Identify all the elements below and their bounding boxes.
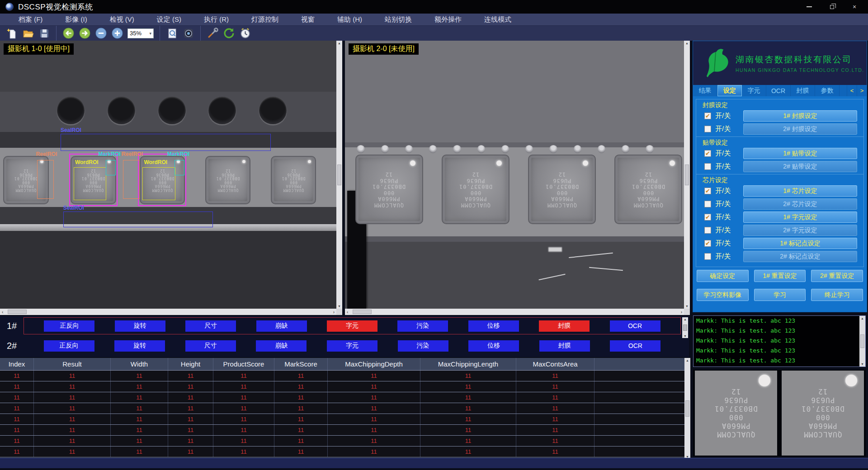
table-row[interactable]: 111111111111111111 (0, 414, 690, 425)
preview-button[interactable] (166, 27, 178, 39)
tabs-prev-button[interactable]: < (847, 85, 857, 96)
capture-target-button[interactable] (182, 27, 194, 39)
inspection-toggle-button[interactable]: 尺寸 (185, 320, 236, 332)
camera2-horizontal-scrollbar[interactable]: ‹› (345, 309, 684, 315)
inspection-toggle-button[interactable]: 崩缺 (256, 320, 307, 332)
inspection-toggle-button[interactable]: 尺寸 (185, 340, 236, 352)
scrollbar-thumb[interactable] (353, 310, 372, 314)
refresh-button[interactable] (223, 27, 235, 39)
close-button[interactable]: × (851, 4, 858, 10)
on-off-checkbox[interactable]: ✔ (704, 214, 711, 221)
scrollbar-thumb[interactable] (685, 164, 689, 185)
panel-action-button[interactable]: 确定设定 (697, 270, 749, 282)
panel-tab[interactable]: 结果 (693, 85, 717, 96)
on-off-checkbox[interactable] (704, 126, 711, 132)
inspection-toggle-button[interactable]: 旋转 (115, 320, 165, 332)
scroll-right-icon[interactable]: › (333, 310, 335, 315)
panel-tab[interactable]: 参数 (815, 85, 840, 96)
menu-item[interactable]: 执行 (R) (193, 14, 240, 25)
panel-tab[interactable]: 字元 (742, 85, 766, 96)
setting-button[interactable]: 1# 字元设定 (743, 212, 857, 223)
inspection-toggle-button[interactable]: 正反向 (44, 320, 94, 332)
table-column-header[interactable]: MarkScore (274, 358, 328, 370)
setting-button[interactable]: 1# 贴带设定 (743, 148, 857, 159)
on-off-checkbox[interactable] (704, 163, 711, 170)
table-row[interactable]: 111111111111111111 (0, 425, 690, 436)
on-off-checkbox[interactable] (704, 201, 711, 207)
zoom-in-button[interactable] (111, 27, 123, 39)
camera2-vertical-scrollbar[interactable]: ▲▼ (684, 41, 690, 309)
setting-button[interactable]: 2# 标记点设定 (743, 251, 857, 262)
on-off-checkbox[interactable] (704, 227, 711, 234)
table-column-header[interactable]: MaxChippingDepth (328, 358, 420, 370)
panel-action-button[interactable]: 2# 重置设定 (811, 270, 863, 282)
scroll-down-icon[interactable]: ▼ (684, 334, 687, 338)
inspection-toggle-button[interactable]: 封膜 (539, 340, 590, 352)
inspection-toggle-button[interactable]: 位移 (468, 340, 519, 352)
table-column-header[interactable]: MaxChippingLength (420, 358, 516, 370)
zoom-out-button[interactable] (95, 27, 107, 39)
on-off-checkbox[interactable]: ✔ (704, 188, 711, 194)
scroll-left-icon[interactable]: ‹ (2, 310, 3, 315)
setting-button[interactable]: 1# 封膜设定 (743, 110, 857, 122)
table-row[interactable]: 111111111111111111 (0, 371, 690, 381)
panel-learn-button[interactable]: 学习 (754, 289, 806, 301)
panel-tab[interactable]: 设定 (717, 85, 742, 96)
tabs-next-button[interactable]: > (857, 85, 867, 96)
scrollbar-thumb[interactable] (685, 400, 689, 417)
setting-button[interactable]: 2# 贴带设定 (743, 161, 857, 172)
menu-item[interactable]: 连线模式 (473, 14, 523, 25)
scrollbar-thumb[interactable] (860, 334, 864, 348)
scroll-up-icon[interactable]: ▲ (338, 42, 341, 45)
menu-item[interactable]: 辅助 (H) (326, 14, 373, 25)
zoom-level-select[interactable]: 35% ▾ (127, 28, 154, 38)
menu-item[interactable]: 检视 (V) (99, 14, 146, 25)
scroll-right-icon[interactable]: › (681, 310, 682, 315)
camera1-vertical-scrollbar[interactable]: ▲▼ (336, 41, 342, 309)
setting-button[interactable]: 1# 芯片设定 (743, 185, 857, 197)
scrollbar-thumb[interactable] (683, 324, 687, 331)
inspection-toggle-button[interactable]: 字元 (327, 320, 377, 332)
minimize-button[interactable] (806, 4, 813, 10)
panel-tab[interactable]: 封膜 (791, 85, 815, 96)
new-file-button[interactable] (5, 27, 18, 39)
log-scrollbar[interactable]: ▲▼ (859, 316, 865, 367)
scroll-left-icon[interactable]: ‹ (347, 310, 348, 315)
panel-tab[interactable]: OCR (766, 85, 791, 96)
scrollbar-thumb[interactable] (337, 164, 341, 185)
restore-button[interactable] (828, 4, 835, 10)
inspection-toggle-button[interactable]: 污染 (398, 340, 448, 352)
inspection-toggle-button[interactable]: OCR (610, 320, 660, 332)
table-column-header[interactable]: ProductScore (213, 358, 274, 370)
open-file-button[interactable] (22, 27, 34, 39)
table-row[interactable]: 111111111111111111 (0, 446, 690, 457)
scroll-down-icon[interactable]: ▼ (685, 305, 689, 308)
inspection-toggle-button[interactable]: 封膜 (539, 320, 590, 332)
menu-item[interactable]: 视窗 (290, 14, 326, 25)
scrollbar-thumb[interactable] (8, 310, 27, 314)
table-scrollbar[interactable]: ▲▼ (684, 358, 690, 459)
panel-learn-button[interactable]: 终止学习 (811, 289, 863, 301)
inspection-toggle-button[interactable]: 旋转 (114, 340, 165, 352)
on-off-checkbox[interactable]: ✔ (704, 240, 711, 247)
scroll-up-icon[interactable]: ▲ (686, 359, 689, 362)
menu-item[interactable]: 额外操作 (423, 14, 473, 25)
on-off-checkbox[interactable]: ✔ (704, 113, 711, 119)
inspection-toggle-button[interactable]: 字元 (327, 340, 377, 352)
menu-item[interactable]: 影像 (I) (54, 14, 98, 25)
setting-button[interactable]: 1# 标记点设定 (743, 238, 857, 249)
scroll-up-icon[interactable]: ▲ (685, 42, 689, 45)
scroll-up-icon[interactable]: ▲ (861, 317, 864, 320)
on-off-checkbox[interactable] (704, 253, 711, 260)
inspection-toggle-button[interactable]: 污染 (397, 320, 448, 332)
on-off-checkbox[interactable]: ✔ (704, 150, 711, 157)
menu-item[interactable]: 设定 (S) (146, 14, 193, 25)
inspection-scrollbar[interactable]: ▲▼ (682, 317, 688, 338)
table-row[interactable]: 111111111111111111 (0, 381, 690, 392)
save-button[interactable] (38, 27, 50, 39)
settings-tools-button[interactable] (207, 27, 219, 39)
inspection-toggle-button[interactable]: OCR (610, 340, 660, 352)
table-row[interactable]: 111111111111111111 (0, 436, 690, 446)
forward-button[interactable] (79, 27, 91, 39)
scroll-up-icon[interactable]: ▲ (684, 318, 687, 321)
